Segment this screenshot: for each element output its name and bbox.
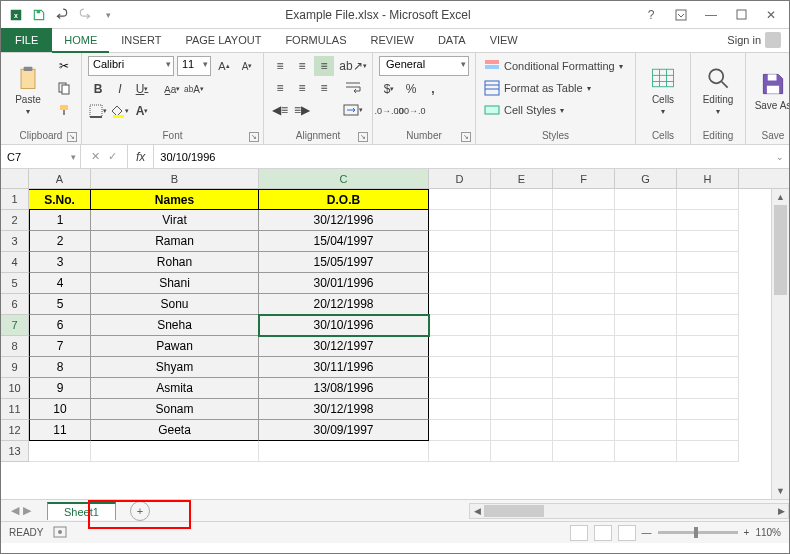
- cell-C3[interactable]: 15/04/1997: [259, 231, 429, 252]
- redo-icon[interactable]: [74, 4, 96, 26]
- row-header-11[interactable]: 11: [1, 399, 29, 420]
- cell-D13[interactable]: [429, 441, 491, 462]
- number-format-select[interactable]: General: [379, 56, 469, 76]
- cells-button[interactable]: Cells▾: [642, 56, 684, 124]
- row-header-9[interactable]: 9: [1, 357, 29, 378]
- cell-E11[interactable]: [491, 399, 553, 420]
- ribbon-options-icon[interactable]: [667, 4, 695, 26]
- cell-H4[interactable]: [677, 252, 739, 273]
- cell-C13[interactable]: [259, 441, 429, 462]
- macro-record-icon[interactable]: [53, 526, 67, 540]
- vertical-scrollbar[interactable]: ▲ ▼: [771, 189, 789, 499]
- cell-H3[interactable]: [677, 231, 739, 252]
- tab-formulas[interactable]: FORMULAS: [273, 28, 358, 52]
- excel-icon[interactable]: x: [5, 4, 27, 26]
- sheet-prev-icon[interactable]: ◀: [11, 504, 19, 517]
- cell-C10[interactable]: 13/08/1996: [259, 378, 429, 399]
- cell-B12[interactable]: Geeta: [91, 420, 259, 441]
- page-break-view-icon[interactable]: [618, 525, 636, 541]
- wrap-text-icon[interactable]: [340, 78, 366, 98]
- cell-G10[interactable]: [615, 378, 677, 399]
- cell-F5[interactable]: [553, 273, 615, 294]
- cell-E13[interactable]: [491, 441, 553, 462]
- enter-formula-icon[interactable]: ✓: [108, 150, 117, 163]
- cell-D9[interactable]: [429, 357, 491, 378]
- accounting-format-icon[interactable]: $▾: [379, 79, 399, 99]
- cell-C4[interactable]: 15/05/1997: [259, 252, 429, 273]
- cell-H2[interactable]: [677, 210, 739, 231]
- cell-F4[interactable]: [553, 252, 615, 273]
- scroll-down-icon[interactable]: ▼: [772, 483, 789, 499]
- column-header-G[interactable]: G: [615, 169, 677, 188]
- cell-H9[interactable]: [677, 357, 739, 378]
- font-dialog-icon[interactable]: ↘: [249, 132, 259, 142]
- align-bottom-icon[interactable]: ≡: [314, 56, 334, 76]
- cell-C6[interactable]: 20/12/1998: [259, 294, 429, 315]
- cell-A9[interactable]: 8: [29, 357, 91, 378]
- cell-G11[interactable]: [615, 399, 677, 420]
- font-color-button[interactable]: A▾: [132, 101, 152, 121]
- cell-E12[interactable]: [491, 420, 553, 441]
- cell-A7[interactable]: 6: [29, 315, 91, 336]
- tab-data[interactable]: DATA: [426, 28, 478, 52]
- cell-F3[interactable]: [553, 231, 615, 252]
- cell-D2[interactable]: [429, 210, 491, 231]
- cell-F10[interactable]: [553, 378, 615, 399]
- maximize-icon[interactable]: [727, 4, 755, 26]
- cell-D8[interactable]: [429, 336, 491, 357]
- cell-D7[interactable]: [429, 315, 491, 336]
- row-header-3[interactable]: 3: [1, 231, 29, 252]
- fill-color-button[interactable]: ▾: [110, 101, 130, 121]
- scroll-up-icon[interactable]: ▲: [772, 189, 789, 205]
- column-header-E[interactable]: E: [491, 169, 553, 188]
- cell-E3[interactable]: [491, 231, 553, 252]
- zoom-slider[interactable]: [658, 531, 738, 534]
- cell-D4[interactable]: [429, 252, 491, 273]
- cell-E1[interactable]: [491, 189, 553, 210]
- row-header-12[interactable]: 12: [1, 420, 29, 441]
- cell-B10[interactable]: Asmita: [91, 378, 259, 399]
- cell-E10[interactable]: [491, 378, 553, 399]
- align-left-icon[interactable]: ≡: [270, 78, 290, 98]
- cell-H10[interactable]: [677, 378, 739, 399]
- cell-A1[interactable]: S.No.: [29, 189, 91, 210]
- row-header-2[interactable]: 2: [1, 210, 29, 231]
- sign-in[interactable]: Sign in: [719, 28, 789, 52]
- decrease-font-icon[interactable]: A▾: [237, 56, 257, 76]
- cell-G2[interactable]: [615, 210, 677, 231]
- cell-H12[interactable]: [677, 420, 739, 441]
- cell-G6[interactable]: [615, 294, 677, 315]
- alignment-dialog-icon[interactable]: ↘: [358, 132, 368, 142]
- zoom-out-icon[interactable]: ―: [642, 527, 652, 538]
- zoom-level[interactable]: 110%: [755, 527, 781, 538]
- cell-F11[interactable]: [553, 399, 615, 420]
- cell-E6[interactable]: [491, 294, 553, 315]
- cell-E7[interactable]: [491, 315, 553, 336]
- tab-view[interactable]: VIEW: [478, 28, 530, 52]
- cell-D10[interactable]: [429, 378, 491, 399]
- column-header-A[interactable]: A: [29, 169, 91, 188]
- column-header-F[interactable]: F: [553, 169, 615, 188]
- cell-G7[interactable]: [615, 315, 677, 336]
- cell-A6[interactable]: 5: [29, 294, 91, 315]
- cell-D11[interactable]: [429, 399, 491, 420]
- cell-F1[interactable]: [553, 189, 615, 210]
- cell-G12[interactable]: [615, 420, 677, 441]
- cell-A11[interactable]: 10: [29, 399, 91, 420]
- cell-B1[interactable]: Names: [91, 189, 259, 210]
- cell-A10[interactable]: 9: [29, 378, 91, 399]
- cell-B2[interactable]: Virat: [91, 210, 259, 231]
- cell-B9[interactable]: Shyam: [91, 357, 259, 378]
- comma-format-icon[interactable]: ,: [423, 79, 443, 99]
- cell-G5[interactable]: [615, 273, 677, 294]
- cell-E2[interactable]: [491, 210, 553, 231]
- row-header-13[interactable]: 13: [1, 441, 29, 462]
- font-aa-button[interactable]: A̲a▾: [162, 79, 182, 99]
- normal-view-icon[interactable]: [570, 525, 588, 541]
- conditional-formatting-button[interactable]: Conditional Formatting ▾: [482, 56, 629, 76]
- align-middle-icon[interactable]: ≡: [292, 56, 312, 76]
- cell-C2[interactable]: 30/12/1996: [259, 210, 429, 231]
- cell-A3[interactable]: 2: [29, 231, 91, 252]
- column-header-D[interactable]: D: [429, 169, 491, 188]
- qat-customize-icon[interactable]: ▾: [97, 4, 119, 26]
